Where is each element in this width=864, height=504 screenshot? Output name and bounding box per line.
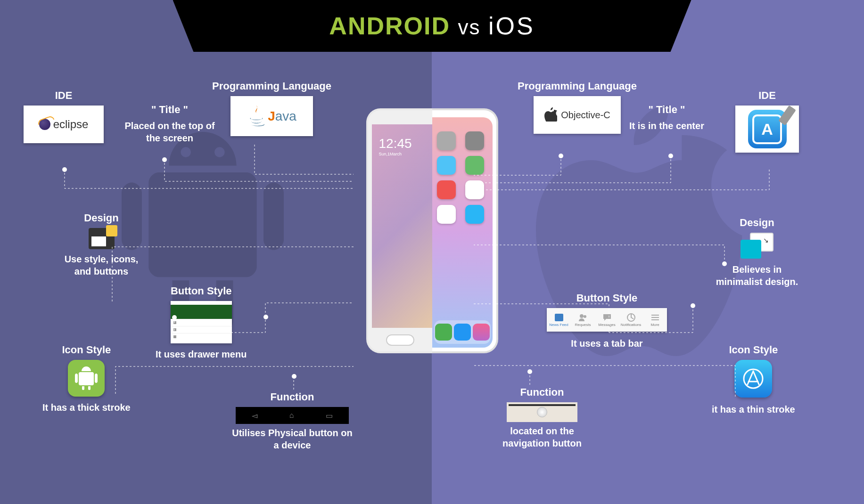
banner-android-text: ANDROID: [329, 12, 450, 40]
ios-iconstyle-desc: it has a thin stroke: [712, 403, 795, 415]
app-icon: [465, 156, 484, 175]
ios-title-desc: It is in the center: [629, 120, 704, 132]
dock-icon: [435, 324, 452, 341]
app-icon: [465, 205, 484, 224]
android-home-button: [386, 334, 414, 346]
android-design-desc: Use style, icons, and buttons: [57, 253, 146, 277]
design-icon: [89, 228, 115, 249]
connector-dot: [292, 374, 296, 379]
label-design: Design: [710, 217, 804, 229]
banner-ios-text: iOS: [488, 12, 535, 40]
drawer-card: [171, 301, 232, 343]
svg-point-3: [580, 314, 584, 318]
ios-design: Design ↘ Believes in minimalist design.: [710, 217, 804, 288]
dock-icon: [473, 324, 490, 341]
label-ide: IDE: [735, 89, 799, 102]
ios-title: " Title " It is in the center: [629, 104, 704, 132]
android-robot-icon: [68, 360, 105, 397]
label-title: " Title ": [629, 104, 704, 116]
phone-time: 12:45: [379, 136, 412, 151]
ios-ide: IDE A: [735, 89, 799, 153]
label-lang: Programming Language: [518, 80, 637, 92]
android-ide: IDE eclipse: [24, 89, 104, 143]
svg-rect-6: [651, 315, 659, 316]
java-card: Java: [230, 96, 313, 136]
label-ide: IDE: [24, 89, 104, 102]
connector-dot: [172, 315, 177, 320]
label-lang: Programming Language: [212, 80, 331, 92]
ios-tabbar: News Feed Requests Messages Notification…: [547, 308, 667, 332]
connector-dot: [691, 303, 695, 308]
eclipse-icon: [39, 119, 50, 130]
ios-home-circle: [537, 407, 547, 417]
android-function-desc: Utilises Physical button on a device: [231, 427, 354, 451]
ios-button-style: Button Style News Feed Requests Messages…: [547, 292, 667, 350]
ios-nav-bar: [507, 402, 577, 422]
label-design: Design: [57, 212, 146, 224]
java-cup-icon: [247, 105, 266, 128]
android-iconstyle-desc: It has a thick stroke: [42, 401, 131, 414]
label-function: Function: [495, 386, 589, 398]
android-phone-half: 12:45 Sun,1March: [366, 108, 432, 353]
recent-icon: ▭: [326, 411, 333, 420]
label-iconstyle: Icon Style: [42, 344, 131, 356]
objc-card: Objective-C: [534, 96, 621, 134]
ios-function: Function located on the navigation butto…: [495, 386, 589, 449]
ios-function-desc: located on the navigation button: [495, 425, 589, 449]
app-icon: [465, 131, 484, 150]
ios-design-desc: Believes in minimalist design.: [710, 263, 804, 288]
app-icon: [437, 180, 456, 199]
label-iconstyle: Icon Style: [712, 344, 795, 356]
svg-point-1: [214, 147, 225, 157]
eclipse-card: eclipse: [24, 106, 104, 143]
objc-text: Objective-C: [561, 110, 610, 121]
app-icon: [437, 205, 456, 224]
back-icon: ◅: [252, 411, 257, 420]
android-icon-style: Icon Style It has a thick stroke: [42, 344, 131, 414]
xcode-card: A: [735, 106, 799, 153]
label-button: Button Style: [156, 285, 247, 297]
ios-button-desc: It uses a tab bar: [547, 337, 667, 350]
appstore-icon: [734, 360, 772, 398]
dock-icon: [454, 324, 471, 341]
label-function: Function: [231, 391, 354, 403]
xcode-icon: A: [748, 110, 787, 148]
ios-dock: [434, 320, 491, 344]
connector-dot: [722, 261, 727, 266]
svg-rect-8: [651, 319, 659, 320]
split-phone: 12:45 Sun,1March: [366, 108, 498, 353]
connector-dot: [527, 369, 532, 374]
android-design: Design Use style, icons, and buttons: [57, 212, 146, 277]
android-nav-bar: ◅ ⌂ ▭: [236, 407, 349, 424]
connector-dot: [263, 315, 268, 319]
java-text: Java: [268, 109, 296, 124]
tab-notifications: Notifications: [619, 308, 643, 332]
eclipse-text: eclipse: [53, 118, 89, 131]
tab-messages: Messages: [595, 308, 619, 332]
android-button-style: Button Style It uses drawer menu: [156, 285, 247, 360]
banner-vs-text: vs: [458, 16, 480, 39]
app-icon: [465, 180, 484, 199]
connector-dot: [668, 154, 673, 158]
ios-programming-language: Programming Language Objective-C: [518, 80, 637, 134]
eclipse-logo: eclipse: [39, 118, 89, 131]
android-title-desc: Placed on the top of the screen: [123, 120, 217, 144]
svg-rect-2: [555, 314, 563, 321]
label-title: " Title ": [123, 104, 217, 116]
connector-dot: [62, 167, 67, 172]
app-icon: [437, 131, 456, 150]
svg-rect-7: [651, 317, 659, 318]
title-banner: ANDROID vs iOS: [173, 0, 691, 52]
connector-dot: [559, 154, 563, 158]
android-programming-language: Programming Language Java: [212, 80, 331, 136]
svg-point-0: [181, 147, 191, 157]
svg-point-4: [584, 315, 586, 318]
phone-date: Sun,1March: [379, 152, 402, 156]
java-logo: Java: [247, 105, 296, 128]
app-icon: [437, 156, 456, 175]
label-button: Button Style: [547, 292, 667, 304]
android-function: Function ◅ ⌂ ▭ Utilises Physical button …: [231, 391, 354, 451]
tab-requests: Requests: [571, 308, 595, 332]
tab-newsfeed: News Feed: [547, 308, 571, 332]
minimal-design-icon: ↘: [741, 233, 773, 259]
